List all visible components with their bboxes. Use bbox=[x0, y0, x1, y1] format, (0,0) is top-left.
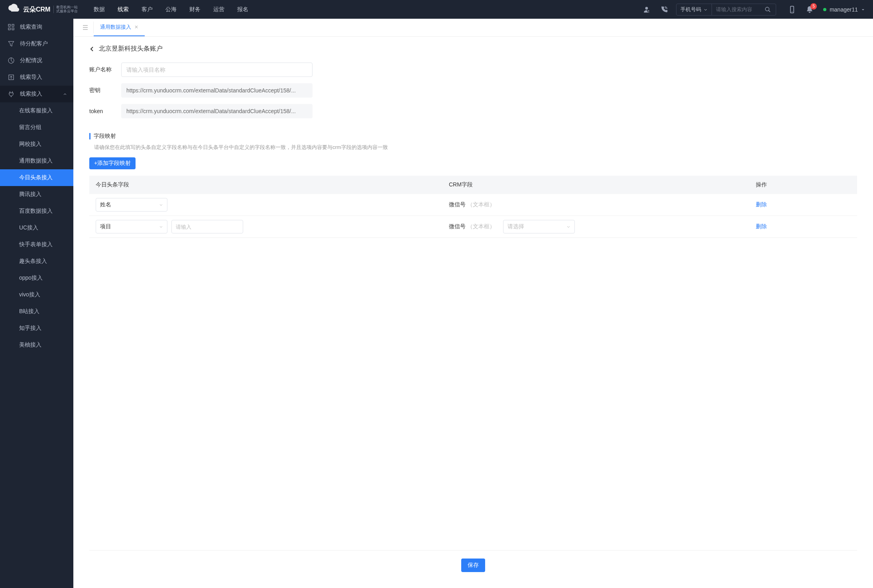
svg-point-2 bbox=[765, 7, 769, 11]
table-row: 姓名 微信号 （文本框） 删除 bbox=[89, 194, 857, 216]
search-box: 手机号码 bbox=[676, 4, 776, 16]
chevron-down-icon bbox=[159, 203, 163, 207]
notification-icon[interactable]: 5 bbox=[806, 6, 814, 14]
section-title: 字段映射 bbox=[94, 133, 116, 140]
grid-icon bbox=[8, 24, 14, 30]
logo-icon bbox=[8, 4, 20, 16]
add-mapping-button[interactable]: +添加字段映射 bbox=[89, 157, 136, 169]
sidebar-item-access[interactable]: 线索接入 bbox=[0, 86, 73, 102]
search-button[interactable] bbox=[760, 6, 776, 13]
sidebar-item-label: 线索导入 bbox=[20, 74, 42, 81]
footer-bar: 保存 bbox=[89, 550, 857, 580]
svg-rect-7 bbox=[12, 28, 14, 30]
sidebar-sub-school[interactable]: 网校接入 bbox=[0, 136, 73, 153]
nav-data[interactable]: 数据 bbox=[94, 6, 105, 13]
nav-signup[interactable]: 报名 bbox=[237, 6, 248, 13]
secret-input[interactable] bbox=[121, 83, 313, 98]
sidebar-item-distribution[interactable]: 分配情况 bbox=[0, 52, 73, 69]
crm-field-name: 微信号 bbox=[449, 201, 466, 208]
svg-point-0 bbox=[645, 7, 648, 10]
secret-label: 密钥 bbox=[89, 87, 121, 94]
close-icon[interactable]: ✕ bbox=[134, 24, 138, 30]
crm-field-type: （文本框） bbox=[467, 223, 495, 229]
token-input[interactable] bbox=[121, 104, 313, 118]
logo-text: 云朵CRM 教育机构一站 式服务云平台 bbox=[23, 6, 78, 14]
sidebar-sub-kuaishou[interactable]: 快手表单接入 bbox=[0, 236, 73, 253]
sidebar-item-query[interactable]: 线索查询 bbox=[0, 19, 73, 35]
sidebar-sub-kefu[interactable]: 在线客服接入 bbox=[0, 102, 73, 119]
save-button[interactable]: 保存 bbox=[461, 559, 485, 572]
crm-select[interactable]: 请选择 bbox=[503, 220, 575, 233]
notification-badge: 5 bbox=[810, 3, 817, 10]
sidebar-sub-uc[interactable]: UC接入 bbox=[0, 220, 73, 236]
sidebar-item-label: 线索接入 bbox=[20, 90, 42, 98]
chevron-up-icon bbox=[63, 92, 67, 96]
sidebar-sub-toutiao[interactable]: 今日头条接入 bbox=[0, 169, 73, 186]
content: 通用数据接入 ✕ 北京昱新科技头条账户 账户名称 密钥 token bbox=[73, 19, 873, 588]
nav-customers[interactable]: 客户 bbox=[142, 6, 153, 13]
sidebar-item-label: 线索查询 bbox=[20, 24, 42, 31]
chevron-down-icon bbox=[704, 8, 708, 12]
field-select[interactable]: 项目 bbox=[96, 220, 167, 233]
back-button[interactable] bbox=[89, 46, 95, 52]
logo-main: 云朵CRM bbox=[23, 6, 50, 13]
sidebar-item-label: 分配情况 bbox=[20, 57, 42, 64]
logo[interactable]: 云朵CRM 教育机构一站 式服务云平台 bbox=[8, 4, 78, 16]
pie-icon bbox=[8, 57, 14, 64]
sidebar: 线索查询 待分配客户 分配情况 线索导入 线索接入 在线客服接入 留言分组 网校… bbox=[0, 19, 73, 588]
search-type-select[interactable]: 手机号码 bbox=[676, 4, 712, 15]
mapping-table: 今日头条字段 CRM字段 操作 姓名 微 bbox=[89, 176, 857, 238]
svg-rect-6 bbox=[8, 28, 10, 30]
nav-finance[interactable]: 财务 bbox=[189, 6, 201, 13]
crm-field-type: （文本框） bbox=[467, 201, 495, 208]
sidebar-item-pending[interactable]: 待分配客户 bbox=[0, 35, 73, 52]
field-extra-input[interactable] bbox=[171, 220, 243, 233]
account-label: 账户名称 bbox=[89, 66, 121, 73]
search-icon bbox=[765, 6, 771, 13]
section-bar bbox=[89, 133, 90, 139]
tabs-bar: 通用数据接入 ✕ bbox=[73, 19, 873, 37]
table-row: 项目 微信号 （文本框） bbox=[89, 216, 857, 238]
delete-link[interactable]: 删除 bbox=[756, 223, 767, 229]
chevron-left-icon bbox=[89, 46, 95, 52]
token-label: token bbox=[89, 108, 121, 114]
page-title: 北京昱新科技头条账户 bbox=[99, 45, 163, 53]
sidebar-sub-generic[interactable]: 通用数据接入 bbox=[0, 153, 73, 169]
sidebar-sub-message[interactable]: 留言分组 bbox=[0, 119, 73, 136]
plug-icon bbox=[8, 91, 14, 97]
sidebar-sub-qutoutiao[interactable]: 趣头条接入 bbox=[0, 253, 73, 270]
delete-link[interactable]: 删除 bbox=[756, 201, 767, 208]
nav-public[interactable]: 公海 bbox=[165, 6, 177, 13]
sidebar-sub-vivo[interactable]: vivo接入 bbox=[0, 286, 73, 303]
sidebar-sub-oppo[interactable]: oppo接入 bbox=[0, 270, 73, 286]
svg-rect-4 bbox=[8, 24, 10, 26]
col-action: 操作 bbox=[749, 176, 857, 194]
user-icon[interactable] bbox=[643, 6, 651, 14]
sidebar-sub-baidu[interactable]: 百度数据接入 bbox=[0, 203, 73, 220]
sidebar-sub-tencent[interactable]: 腾讯接入 bbox=[0, 186, 73, 203]
tab-generic-data[interactable]: 通用数据接入 ✕ bbox=[94, 19, 145, 36]
filter-icon bbox=[8, 41, 14, 47]
user-menu[interactable]: manager11 bbox=[823, 6, 865, 13]
account-input[interactable] bbox=[121, 63, 313, 77]
chevron-down-icon bbox=[566, 225, 570, 229]
top-nav: 数据 线索 客户 公海 财务 运营 报名 bbox=[94, 6, 635, 13]
sidebar-sub-bilibili[interactable]: B站接入 bbox=[0, 303, 73, 320]
sidebar-sub-meiyou[interactable]: 美柚接入 bbox=[0, 337, 73, 353]
sidebar-item-import[interactable]: 线索导入 bbox=[0, 69, 73, 86]
user-name: manager11 bbox=[830, 6, 858, 13]
chevron-down-icon bbox=[159, 225, 163, 229]
section-hint: 请确保您在此填写的头条自定义字段名称与在今日头条平台中自定义的字段名称一致，并且… bbox=[89, 144, 857, 151]
mobile-icon[interactable] bbox=[788, 6, 796, 14]
breadcrumb: 北京昱新科技头条账户 bbox=[89, 45, 857, 53]
field-select[interactable]: 姓名 bbox=[96, 198, 167, 212]
nav-leads[interactable]: 线索 bbox=[118, 6, 129, 13]
search-input[interactable] bbox=[712, 4, 760, 15]
nav-ops[interactable]: 运营 bbox=[213, 6, 224, 13]
upload-icon bbox=[8, 74, 14, 80]
col-toutiao: 今日头条字段 bbox=[89, 176, 442, 194]
col-crm: CRM字段 bbox=[442, 176, 749, 194]
sidebar-sub-zhihu[interactable]: 知乎接入 bbox=[0, 320, 73, 337]
tabs-collapse-icon[interactable] bbox=[77, 22, 94, 33]
phone-icon[interactable] bbox=[660, 6, 668, 14]
